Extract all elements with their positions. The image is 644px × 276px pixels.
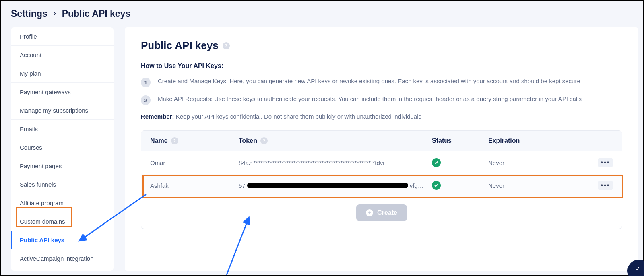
settings-sidebar: ProfileAccountMy planPayment gatewaysMan… (11, 27, 114, 271)
howto-heading: How to Use Your API Keys: (141, 62, 622, 70)
cell-token: 84az************************************… (239, 159, 432, 166)
cell-status (432, 181, 488, 190)
redacted-token-icon (247, 183, 408, 188)
cell-expiration: Never (488, 159, 577, 166)
row-actions-button[interactable]: ••• (598, 181, 613, 190)
howto-step-2: 2 Make API Requests: Use these keys to a… (141, 95, 622, 105)
create-button[interactable]: + Create (356, 204, 407, 221)
cell-name: Ashfak (150, 182, 239, 189)
cell-token: 57 vfg… (239, 182, 432, 189)
howto-step-1: 1 Create and Manage Keys: Here, you can … (141, 78, 622, 87)
col-name: Name ? (150, 137, 239, 144)
cell-status (432, 158, 488, 167)
sidebar-item-public-api-keys[interactable]: Public API keys (11, 231, 114, 249)
col-expiration: Expiration (488, 137, 577, 144)
help-icon[interactable]: ? (260, 137, 268, 144)
check-circle-icon (432, 158, 441, 167)
sidebar-item-my-plan[interactable]: My plan (11, 64, 114, 83)
row-actions-button[interactable]: ••• (598, 158, 613, 167)
step-number-icon: 1 (141, 78, 151, 87)
sidebar-item-payment-gateways[interactable]: Payment gateways (11, 83, 114, 101)
sidebar-item-custom-domains[interactable]: Custom domains (11, 212, 114, 231)
table-row: Ashfak 57 vfg… Never ••• (141, 174, 622, 197)
sidebar-item-sales-funnels[interactable]: Sales funnels (11, 175, 114, 194)
sidebar-item-emails[interactable]: Emails (11, 120, 114, 138)
breadcrumb-current: Public API keys (62, 8, 130, 19)
sidebar-item-profile[interactable]: Profile (11, 27, 114, 46)
sidebar-item-affiliate-program[interactable]: Affiliate program (11, 194, 114, 212)
api-keys-table: Name ? Token ? Status Expiration (141, 130, 622, 229)
sidebar-item-account[interactable]: Account (11, 46, 114, 64)
breadcrumb: Settings Public API keys (1, 1, 643, 23)
chevron-right-icon (52, 10, 57, 18)
cell-name: Omar (150, 159, 239, 166)
step-number-icon: 2 (141, 95, 151, 105)
sidebar-item-activecampaign-integration[interactable]: ActiveCampaign integration (11, 249, 114, 268)
remember-note: Remember: Keep your API keys confidentia… (141, 113, 622, 120)
step-text: Create and Manage Keys: Here, you can ge… (158, 78, 580, 84)
cell-expiration: Never (488, 182, 577, 189)
table-row: Omar 84az*******************************… (141, 151, 622, 174)
breadcrumb-root[interactable]: Settings (11, 8, 47, 19)
plus-circle-icon: + (366, 209, 373, 216)
step-text: Make API Requests: Use these keys to aut… (158, 95, 582, 102)
sidebar-item-payment-pages[interactable]: Payment pages (11, 157, 114, 175)
sidebar-item-courses[interactable]: Courses (11, 138, 114, 157)
page-title: Public API keys (141, 39, 219, 52)
main-panel: Public API keys ? How to Use Your API Ke… (125, 27, 638, 271)
col-status: Status (432, 137, 488, 144)
sidebar-item-manage-my-subscriptions[interactable]: Manage my subscriptions (11, 101, 114, 120)
check-circle-icon (432, 181, 441, 190)
help-icon[interactable]: ? (223, 42, 230, 49)
help-icon[interactable]: ? (171, 137, 178, 144)
col-token: Token ? (239, 137, 432, 144)
table-header: Name ? Token ? Status Expiration (141, 131, 622, 151)
